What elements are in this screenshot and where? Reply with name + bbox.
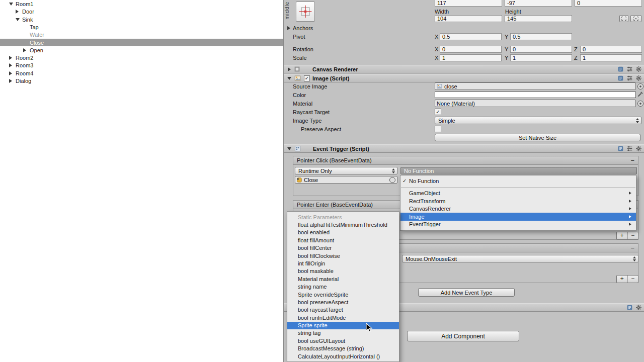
preserve-aspect-checkbox[interactable]: [435, 126, 441, 132]
pos-y-field[interactable]: -97: [505, 0, 572, 7]
foldout-collapsed-icon[interactable]: [9, 63, 12, 67]
scale-y-field[interactable]: 1: [510, 54, 572, 61]
hierarchy-item-room4[interactable]: Room4: [0, 69, 283, 77]
menu-item-canvasrenderer[interactable]: CanvasRenderer: [400, 205, 636, 213]
submenu-item[interactable]: bool raycastTarget: [287, 306, 399, 314]
submenu-item[interactable]: int fillOrigin: [287, 260, 399, 267]
canvas-renderer-header[interactable]: Canvas Renderer: [284, 65, 644, 73]
submenu-item[interactable]: BroadcastMessage (string): [287, 345, 399, 352]
help-book-icon[interactable]: [617, 66, 624, 72]
height-field[interactable]: 145: [505, 15, 572, 22]
event-trigger-header[interactable]: Event Trigger (Script): [284, 144, 644, 153]
submenu-item[interactable]: string name: [287, 283, 399, 291]
width-field[interactable]: 104: [435, 15, 502, 22]
submenu-item[interactable]: Sprite overrideSprite: [287, 291, 399, 299]
submenu-item[interactable]: float alphaHitTestMinimumThreshold: [287, 221, 399, 229]
raycast-target-checkbox[interactable]: ✓: [435, 109, 441, 115]
scale-z-field[interactable]: 1: [580, 54, 642, 61]
foldout-expanded-icon[interactable]: [287, 147, 291, 150]
foldout-expanded-icon[interactable]: [9, 3, 13, 6]
submenu-item[interactable]: bool maskable: [287, 267, 399, 275]
help-book-icon[interactable]: [626, 304, 633, 311]
foldout-collapsed-icon[interactable]: [288, 67, 291, 71]
submenu-item[interactable]: bool runInEditMode: [287, 314, 399, 322]
component-enabled-checkbox[interactable]: ✓: [304, 75, 310, 81]
scale-x-field[interactable]: 1: [440, 54, 502, 61]
color-swatch[interactable]: [435, 92, 636, 98]
rotation-y-field[interactable]: 0: [510, 46, 572, 53]
add-callback-button[interactable]: +: [617, 232, 628, 239]
image-type-dropdown[interactable]: Simple: [435, 117, 641, 124]
object-picker-icon[interactable]: [637, 83, 643, 89]
submenu-item[interactable]: Material material: [287, 276, 399, 283]
hierarchy-item-open[interactable]: Open: [0, 46, 283, 54]
remove-callback-button[interactable]: −: [628, 232, 638, 239]
hierarchy-item-water[interactable]: Water: [0, 31, 283, 38]
source-image-field[interactable]: close: [435, 82, 636, 90]
eyedropper-icon[interactable]: [637, 91, 643, 98]
rotation-x-field[interactable]: 0: [440, 46, 502, 53]
object-picker-icon[interactable]: [389, 177, 395, 183]
submenu-item[interactable]: bool fillClockwise: [287, 252, 399, 260]
anchors-foldout-icon[interactable]: [287, 26, 290, 30]
material-field[interactable]: None (Material): [435, 100, 636, 107]
runtime-mode-dropdown[interactable]: Runtime Only: [295, 167, 397, 174]
hierarchy-item-tap[interactable]: Tap: [0, 23, 283, 31]
object-picker-icon[interactable]: [637, 101, 643, 107]
submenu-item[interactable]: bool preserveAspect: [287, 299, 399, 306]
rotation-z-field[interactable]: 0: [580, 46, 642, 53]
menu-item-image-highlighted[interactable]: Image: [400, 213, 636, 221]
pos-z-field[interactable]: 0: [575, 0, 642, 7]
remove-callback-button[interactable]: −: [628, 276, 638, 283]
gear-icon[interactable]: [635, 66, 642, 72]
help-book-icon[interactable]: [617, 75, 624, 81]
blueprint-mode-button[interactable]: [619, 15, 628, 22]
menu-item-recttransform[interactable]: RectTransform: [400, 197, 636, 205]
presets-icon[interactable]: [626, 145, 633, 152]
foldout-expanded-icon[interactable]: [287, 77, 291, 80]
gear-icon[interactable]: [635, 75, 642, 81]
presets-icon[interactable]: [626, 75, 633, 81]
hierarchy-item-sink[interactable]: Sink: [0, 16, 283, 23]
image-component-header[interactable]: ✓ Image (Script): [284, 74, 644, 82]
menu-item-gameobject[interactable]: GameObject: [400, 190, 636, 198]
foldout-collapsed-icon[interactable]: [16, 10, 19, 14]
submenu-item[interactable]: bool enabled: [287, 229, 399, 236]
presets-icon[interactable]: [626, 66, 633, 72]
add-callback-button[interactable]: +: [617, 276, 628, 283]
add-component-button[interactable]: Add Component: [407, 331, 519, 341]
gear-icon[interactable]: [635, 304, 642, 311]
mouse-exit-function-dropdown[interactable]: Mouse.OnMouseExit: [402, 255, 638, 262]
menu-item-no-function[interactable]: ✓ No Function: [400, 177, 636, 185]
function-dropdown-open[interactable]: No Function: [400, 167, 637, 174]
pos-x-field[interactable]: 117: [435, 0, 502, 7]
hierarchy-item-door[interactable]: Door: [0, 8, 283, 15]
submenu-item[interactable]: bool fillCenter: [287, 244, 399, 252]
pivot-y-field[interactable]: 0.5: [510, 33, 572, 40]
submenu-item-sprite-sprite-highlighted[interactable]: Sprite sprite: [287, 322, 399, 329]
hierarchy-item-dialog[interactable]: Dialog: [0, 77, 283, 84]
hierarchy-item-room1[interactable]: Room1: [0, 0, 283, 8]
add-new-event-type-button[interactable]: Add New Event Type: [418, 288, 515, 297]
hierarchy-item-close-selected[interactable]: Close: [0, 39, 283, 46]
remove-event-type-button[interactable]: −: [630, 245, 634, 251]
submenu-item[interactable]: float fillAmount: [287, 237, 399, 244]
submenu-item[interactable]: CalculateLayoutInputHorizontal (): [287, 353, 399, 360]
foldout-collapsed-icon[interactable]: [9, 56, 12, 60]
target-object-field[interactable]: Close: [295, 176, 397, 184]
pivot-x-field[interactable]: 0.5: [440, 33, 502, 40]
remove-event-type-button[interactable]: −: [630, 157, 634, 164]
submenu-item[interactable]: bool useGUILayout: [287, 337, 399, 345]
help-book-icon[interactable]: [617, 145, 624, 152]
foldout-expanded-icon[interactable]: [16, 18, 20, 21]
menu-item-eventtrigger[interactable]: EventTrigger: [400, 221, 636, 229]
foldout-collapsed-icon[interactable]: [9, 71, 12, 75]
hierarchy-item-room3[interactable]: Room3: [0, 61, 283, 69]
foldout-collapsed-icon[interactable]: [23, 48, 26, 52]
foldout-collapsed-icon[interactable]: [9, 79, 12, 83]
anchor-preset-button[interactable]: [296, 2, 315, 22]
set-native-size-button[interactable]: Set Native Size: [435, 134, 640, 141]
raw-edit-mode-button[interactable]: [630, 15, 641, 22]
gear-icon[interactable]: [635, 145, 642, 152]
submenu-item[interactable]: string tag: [287, 329, 399, 337]
